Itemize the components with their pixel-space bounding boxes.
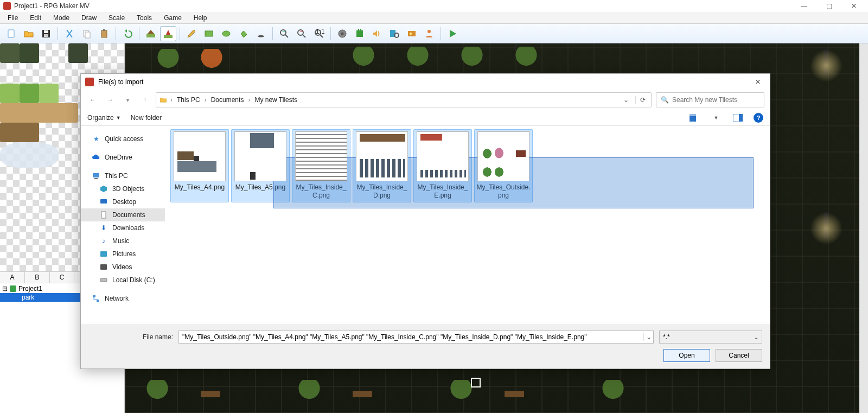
layer-tab-c[interactable]: C bbox=[50, 272, 75, 283]
tb-save-icon[interactable] bbox=[38, 26, 54, 41]
chevron-right-icon[interactable]: › bbox=[247, 96, 251, 104]
chevron-down-icon: ⌄ bbox=[754, 334, 758, 340]
view-mode-dropdown-icon[interactable]: ▼ bbox=[710, 112, 722, 124]
window-minimize[interactable]: — bbox=[793, 0, 815, 12]
app-toolbar: + − 1:1 bbox=[0, 24, 868, 43]
dialog-close-button[interactable]: ✕ bbox=[750, 77, 765, 87]
address-bar[interactable]: › This PC › Documents › My new Tilests ⌄… bbox=[156, 92, 652, 107]
tb-copy-icon[interactable] bbox=[79, 26, 95, 41]
tb-zoom-in-icon[interactable]: + bbox=[276, 26, 292, 41]
tb-map-mode-icon[interactable] bbox=[143, 26, 159, 41]
tb-eventsearch-icon[interactable] bbox=[386, 26, 403, 41]
svg-rect-24 bbox=[360, 29, 361, 31]
crumb-documents[interactable]: Documents bbox=[210, 96, 245, 104]
tb-event-mode-icon[interactable] bbox=[160, 26, 176, 41]
filetype-filter[interactable]: *.* ⌄ bbox=[659, 331, 762, 344]
sidebar-music[interactable]: ♪Music bbox=[81, 234, 165, 247]
menu-edit[interactable]: Edit bbox=[24, 13, 47, 23]
window-close[interactable]: ✕ bbox=[843, 0, 865, 12]
svg-rect-40 bbox=[100, 199, 107, 204]
sidebar-localdisk[interactable]: Local Disk (C:) bbox=[81, 274, 165, 287]
crumb-folder[interactable]: My new Tilests bbox=[253, 96, 298, 104]
menu-tools[interactable]: Tools bbox=[131, 13, 157, 23]
sidebar-3dobjects[interactable]: 3D Objects bbox=[81, 182, 165, 195]
tb-paste-icon[interactable] bbox=[96, 26, 112, 41]
svg-rect-37 bbox=[93, 173, 99, 177]
search-input[interactable] bbox=[672, 96, 760, 104]
crumb-thispc[interactable]: This PC bbox=[176, 96, 201, 104]
preview-pane-icon[interactable] bbox=[732, 112, 744, 124]
canvas-scrollbar[interactable] bbox=[859, 43, 868, 413]
dialog-nav: ← → ▾ ↑ › This PC › Documents › My new T… bbox=[81, 90, 770, 110]
view-mode-icon[interactable] bbox=[688, 112, 700, 124]
tb-plugin-icon[interactable] bbox=[352, 26, 368, 41]
menu-file[interactable]: File bbox=[2, 13, 23, 23]
layer-tab-b[interactable]: B bbox=[25, 272, 50, 283]
tb-shadow-icon[interactable] bbox=[253, 26, 269, 41]
tb-rect-icon[interactable] bbox=[201, 26, 217, 41]
tb-open-icon[interactable] bbox=[21, 26, 37, 41]
chevron-right-icon[interactable]: › bbox=[169, 96, 174, 104]
menu-mode[interactable]: Mode bbox=[48, 13, 75, 23]
nav-up-icon[interactable]: ↑ bbox=[138, 93, 151, 106]
svg-text:−: − bbox=[299, 28, 303, 35]
tb-resource-icon[interactable] bbox=[404, 26, 420, 41]
layer-tab-a[interactable]: A bbox=[0, 272, 25, 283]
nav-back-icon[interactable]: ← bbox=[86, 93, 99, 106]
filename-field[interactable]: ⌄ bbox=[178, 331, 654, 344]
filename-dropdown-icon[interactable]: ⌄ bbox=[643, 333, 653, 341]
svg-rect-7 bbox=[103, 29, 105, 31]
window-maximize[interactable]: ▢ bbox=[818, 0, 840, 12]
dialog-footer: File name: ⌄ *.* ⌄ Open Cancel bbox=[81, 325, 770, 368]
sidebar-documents[interactable]: Documents bbox=[81, 208, 165, 221]
nav-recent-icon[interactable]: ▾ bbox=[121, 93, 134, 106]
nav-forward-icon[interactable]: → bbox=[104, 93, 117, 106]
search-box[interactable]: 🔍 bbox=[656, 92, 764, 107]
svg-marker-11 bbox=[166, 30, 170, 35]
organize-button[interactable]: Organize▼ bbox=[87, 114, 121, 122]
cloud-icon bbox=[92, 153, 100, 162]
sidebar-onedrive[interactable]: OneDrive bbox=[81, 151, 165, 164]
tb-new-icon[interactable] bbox=[3, 26, 20, 41]
cancel-button[interactable]: Cancel bbox=[716, 349, 762, 362]
svg-rect-43 bbox=[100, 264, 107, 270]
help-icon[interactable]: ? bbox=[754, 113, 763, 123]
svg-rect-12 bbox=[205, 31, 213, 36]
menu-help[interactable]: Help bbox=[188, 13, 213, 23]
chevron-right-icon[interactable]: › bbox=[203, 96, 208, 104]
tb-chargen-icon[interactable] bbox=[421, 26, 437, 41]
filename-input[interactable] bbox=[179, 333, 643, 341]
filter-value: *.* bbox=[663, 333, 670, 341]
tb-fill-icon[interactable] bbox=[235, 26, 252, 41]
tb-sound-icon[interactable] bbox=[369, 26, 385, 41]
tb-zoom-actual-icon[interactable]: 1:1 bbox=[311, 26, 327, 41]
sidebar-downloads[interactable]: ⬇Downloads bbox=[81, 221, 165, 234]
menu-game[interactable]: Game bbox=[158, 13, 187, 23]
file-list[interactable]: My_Tiles_A4.png My_Tiles_A5.png My_Tiles… bbox=[165, 126, 770, 325]
newfolder-button[interactable]: New folder bbox=[131, 114, 162, 122]
file-item[interactable]: My_Tiles_A4.png bbox=[170, 129, 229, 202]
tb-cut-icon[interactable] bbox=[61, 26, 78, 41]
sidebar-videos[interactable]: Videos bbox=[81, 260, 165, 274]
menu-draw[interactable]: Draw bbox=[76, 13, 102, 23]
tb-playtest-icon[interactable] bbox=[444, 26, 461, 41]
refresh-icon[interactable]: ⟳ bbox=[635, 96, 648, 104]
sidebar-network[interactable]: Network bbox=[81, 292, 165, 305]
menu-scale[interactable]: Scale bbox=[103, 13, 130, 23]
tb-ellipse-icon[interactable] bbox=[218, 26, 234, 41]
tb-database-icon[interactable] bbox=[334, 26, 350, 41]
svg-point-29 bbox=[427, 30, 431, 33]
tb-pencil-icon[interactable] bbox=[183, 26, 200, 41]
address-dropdown-icon[interactable]: ⌄ bbox=[621, 96, 631, 104]
sidebar-thispc[interactable]: This PC bbox=[81, 169, 165, 182]
tb-undo-icon[interactable] bbox=[119, 26, 136, 41]
tb-zoom-out-icon[interactable]: − bbox=[293, 26, 310, 41]
file-dialog: File(s) to import ✕ ← → ▾ ↑ › This PC › … bbox=[80, 73, 770, 369]
folder-icon bbox=[159, 96, 167, 104]
open-button[interactable]: Open bbox=[663, 349, 710, 362]
star-icon: ★ bbox=[92, 135, 100, 143]
sidebar-quickaccess[interactable]: ★ Quick access bbox=[81, 132, 165, 145]
svg-rect-31 bbox=[10, 285, 16, 292]
sidebar-pictures[interactable]: Pictures bbox=[81, 247, 165, 260]
sidebar-desktop[interactable]: Desktop bbox=[81, 195, 165, 208]
